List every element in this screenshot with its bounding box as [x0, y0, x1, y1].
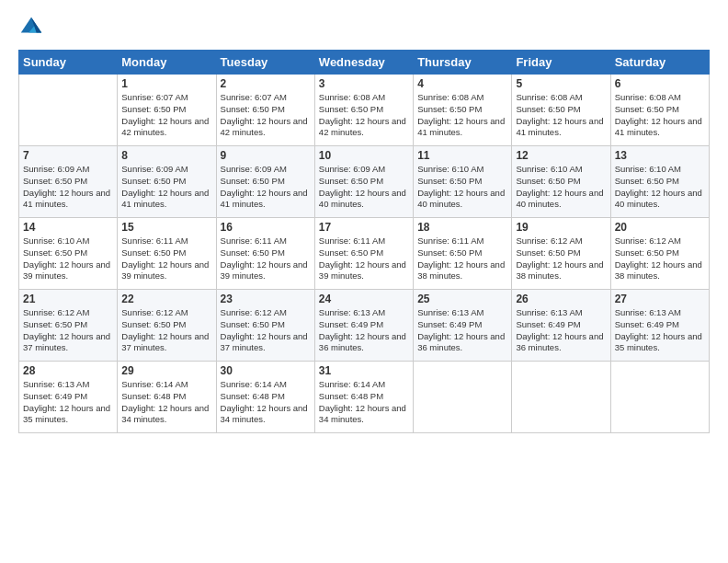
day-number: 22: [121, 293, 211, 305]
day-number: 20: [615, 221, 705, 234]
calendar-cell: 2Sunrise: 6:07 AMSunset: 6:50 PMDaylight…: [216, 75, 314, 146]
day-number: 5: [516, 77, 606, 90]
calendar-cell: 15Sunrise: 6:11 AMSunset: 6:50 PMDayligh…: [118, 218, 216, 290]
day-number: 1: [121, 77, 211, 90]
day-info: Sunrise: 6:09 AMSunset: 6:50 PMDaylight:…: [121, 164, 211, 211]
day-number: 4: [417, 77, 507, 90]
col-header-monday: Monday: [118, 51, 216, 75]
calendar-cell: 4Sunrise: 6:08 AMSunset: 6:50 PMDaylight…: [414, 75, 512, 146]
day-info: Sunrise: 6:13 AMSunset: 6:49 PMDaylight:…: [516, 307, 606, 354]
calendar-cell: 21Sunrise: 6:12 AMSunset: 6:50 PMDayligh…: [19, 290, 118, 362]
day-info: Sunrise: 6:11 AMSunset: 6:50 PMDaylight:…: [221, 236, 311, 282]
col-header-wednesday: Wednesday: [314, 51, 413, 75]
day-number: 26: [516, 293, 606, 305]
day-info: Sunrise: 6:08 AMSunset: 6:50 PMDaylight:…: [516, 92, 606, 139]
day-info: Sunrise: 6:07 AMSunset: 6:50 PMDaylight:…: [121, 92, 211, 139]
day-info: Sunrise: 6:14 AMSunset: 6:48 PMDaylight:…: [221, 379, 311, 426]
calendar-cell: 9Sunrise: 6:09 AMSunset: 6:50 PMDaylight…: [216, 146, 314, 218]
day-info: Sunrise: 6:09 AMSunset: 6:50 PMDaylight:…: [221, 164, 311, 211]
calendar-week-5: 28Sunrise: 6:13 AMSunset: 6:49 PMDayligh…: [19, 362, 710, 433]
day-number: 8: [121, 149, 211, 162]
calendar-cell: 26Sunrise: 6:13 AMSunset: 6:49 PMDayligh…: [512, 290, 610, 362]
day-number: 18: [417, 221, 507, 234]
day-info: Sunrise: 6:08 AMSunset: 6:50 PMDaylight:…: [417, 92, 507, 139]
calendar-cell: 17Sunrise: 6:11 AMSunset: 6:50 PMDayligh…: [314, 218, 413, 290]
calendar-week-4: 21Sunrise: 6:12 AMSunset: 6:50 PMDayligh…: [19, 290, 710, 362]
calendar-header-row: SundayMondayTuesdayWednesdayThursdayFrid…: [19, 51, 710, 75]
calendar-cell: 8Sunrise: 6:09 AMSunset: 6:50 PMDaylight…: [118, 146, 216, 218]
calendar-cell: 7Sunrise: 6:09 AMSunset: 6:50 PMDaylight…: [19, 146, 118, 218]
col-header-friday: Friday: [512, 51, 610, 75]
day-number: 23: [221, 293, 311, 305]
day-number: 16: [221, 221, 311, 234]
day-info: Sunrise: 6:11 AMSunset: 6:50 PMDaylight:…: [121, 236, 211, 282]
day-info: Sunrise: 6:12 AMSunset: 6:50 PMDaylight:…: [516, 236, 606, 282]
day-number: 15: [121, 221, 211, 234]
day-number: 9: [221, 149, 311, 162]
day-number: 24: [319, 293, 409, 305]
day-info: Sunrise: 6:13 AMSunset: 6:49 PMDaylight:…: [319, 307, 409, 354]
col-header-sunday: Sunday: [19, 51, 118, 75]
page: SundayMondayTuesdayWednesdayThursdayFrid…: [0, 0, 728, 444]
calendar-cell: 31Sunrise: 6:14 AMSunset: 6:48 PMDayligh…: [314, 362, 413, 433]
calendar-cell: [512, 362, 610, 433]
day-info: Sunrise: 6:07 AMSunset: 6:50 PMDaylight:…: [221, 92, 311, 139]
calendar-cell: 23Sunrise: 6:12 AMSunset: 6:50 PMDayligh…: [216, 290, 314, 362]
day-info: Sunrise: 6:08 AMSunset: 6:50 PMDaylight:…: [615, 92, 705, 139]
calendar-cell: 22Sunrise: 6:12 AMSunset: 6:50 PMDayligh…: [118, 290, 216, 362]
col-header-tuesday: Tuesday: [216, 51, 314, 75]
day-number: 19: [516, 221, 606, 234]
day-number: 25: [417, 293, 507, 305]
calendar-cell: 25Sunrise: 6:13 AMSunset: 6:49 PMDayligh…: [414, 290, 512, 362]
calendar-cell: 6Sunrise: 6:08 AMSunset: 6:50 PMDaylight…: [610, 75, 709, 146]
day-info: Sunrise: 6:10 AMSunset: 6:50 PMDaylight:…: [417, 164, 507, 211]
day-info: Sunrise: 6:12 AMSunset: 6:50 PMDaylight:…: [23, 307, 113, 354]
calendar-cell: 10Sunrise: 6:09 AMSunset: 6:50 PMDayligh…: [314, 146, 413, 218]
calendar-cell: 13Sunrise: 6:10 AMSunset: 6:50 PMDayligh…: [610, 146, 709, 218]
day-info: Sunrise: 6:11 AMSunset: 6:50 PMDaylight:…: [319, 236, 409, 282]
day-number: 3: [319, 77, 409, 90]
calendar-cell: 11Sunrise: 6:10 AMSunset: 6:50 PMDayligh…: [414, 146, 512, 218]
day-info: Sunrise: 6:10 AMSunset: 6:50 PMDaylight:…: [23, 236, 113, 282]
day-number: 2: [221, 77, 311, 90]
calendar-cell: [19, 75, 118, 146]
day-info: Sunrise: 6:14 AMSunset: 6:48 PMDaylight:…: [121, 379, 211, 426]
day-number: 21: [23, 293, 113, 305]
day-number: 12: [516, 149, 606, 162]
day-number: 7: [23, 149, 113, 162]
day-number: 29: [121, 364, 211, 377]
calendar-cell: 24Sunrise: 6:13 AMSunset: 6:49 PMDayligh…: [314, 290, 413, 362]
day-info: Sunrise: 6:12 AMSunset: 6:50 PMDaylight:…: [121, 307, 211, 354]
day-info: Sunrise: 6:09 AMSunset: 6:50 PMDaylight:…: [23, 164, 113, 211]
day-number: 10: [319, 149, 409, 162]
calendar-cell: [610, 362, 709, 433]
col-header-saturday: Saturday: [610, 51, 709, 75]
day-info: Sunrise: 6:13 AMSunset: 6:49 PMDaylight:…: [417, 307, 507, 354]
logo: [18, 15, 48, 40]
calendar-cell: 30Sunrise: 6:14 AMSunset: 6:48 PMDayligh…: [216, 362, 314, 433]
calendar-week-1: 1Sunrise: 6:07 AMSunset: 6:50 PMDaylight…: [19, 75, 710, 146]
calendar-cell: 19Sunrise: 6:12 AMSunset: 6:50 PMDayligh…: [512, 218, 610, 290]
calendar-table: SundayMondayTuesdayWednesdayThursdayFrid…: [18, 50, 710, 433]
day-info: Sunrise: 6:13 AMSunset: 6:49 PMDaylight:…: [23, 379, 113, 426]
calendar-cell: 16Sunrise: 6:11 AMSunset: 6:50 PMDayligh…: [216, 218, 314, 290]
calendar-week-3: 14Sunrise: 6:10 AMSunset: 6:50 PMDayligh…: [19, 218, 710, 290]
calendar-cell: 5Sunrise: 6:08 AMSunset: 6:50 PMDaylight…: [512, 75, 610, 146]
day-info: Sunrise: 6:11 AMSunset: 6:50 PMDaylight:…: [417, 236, 507, 282]
calendar-cell: 28Sunrise: 6:13 AMSunset: 6:49 PMDayligh…: [19, 362, 118, 433]
day-info: Sunrise: 6:10 AMSunset: 6:50 PMDaylight:…: [615, 164, 705, 211]
day-number: 30: [221, 364, 311, 377]
calendar-cell: 27Sunrise: 6:13 AMSunset: 6:49 PMDayligh…: [610, 290, 709, 362]
day-number: 6: [615, 77, 705, 90]
calendar-cell: 3Sunrise: 6:08 AMSunset: 6:50 PMDaylight…: [314, 75, 413, 146]
day-number: 27: [615, 293, 705, 305]
calendar-cell: 1Sunrise: 6:07 AMSunset: 6:50 PMDaylight…: [118, 75, 216, 146]
calendar-cell: 14Sunrise: 6:10 AMSunset: 6:50 PMDayligh…: [19, 218, 118, 290]
header: [18, 15, 710, 40]
calendar-cell: 20Sunrise: 6:12 AMSunset: 6:50 PMDayligh…: [610, 218, 709, 290]
day-number: 17: [319, 221, 409, 234]
day-number: 31: [319, 364, 409, 377]
day-number: 28: [23, 364, 113, 377]
day-info: Sunrise: 6:12 AMSunset: 6:50 PMDaylight:…: [615, 236, 705, 282]
day-number: 13: [615, 149, 705, 162]
